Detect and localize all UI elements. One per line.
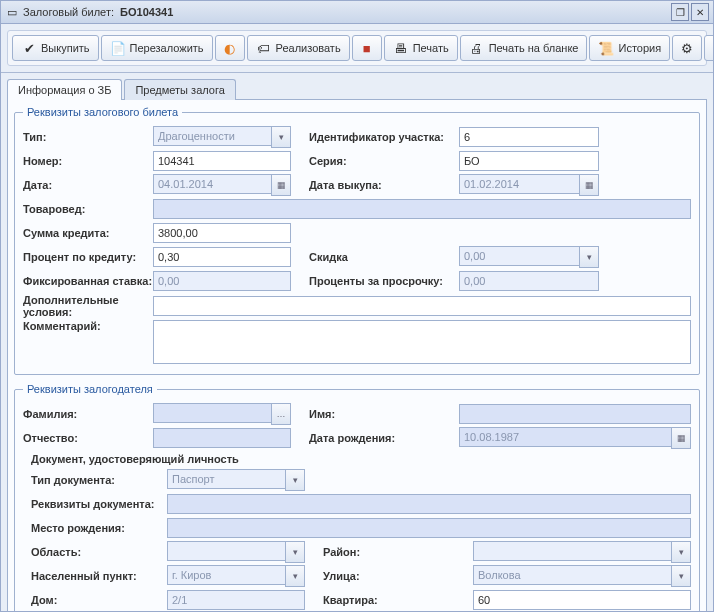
repledge-label: Перезаложить: [130, 42, 204, 54]
refresh-icon: ◐: [222, 40, 238, 56]
name-label: Имя:: [309, 408, 459, 420]
birthplace-label: Место рождения:: [31, 522, 167, 534]
dob-calendar-icon[interactable]: ▦: [671, 427, 691, 449]
date-calendar-icon[interactable]: ▦: [271, 174, 291, 196]
city-field[interactable]: [167, 565, 285, 585]
print-button[interactable]: 🖶Печать: [384, 35, 458, 61]
tabbar: Информация о ЗБ Предметы залога: [7, 79, 707, 100]
dob-label: Дата рождения:: [309, 432, 459, 444]
action-red-button[interactable]: ■: [352, 35, 382, 61]
repledge-button[interactable]: 📄Перезаложить: [101, 35, 213, 61]
document-icon: ▭: [5, 5, 19, 19]
identity-doc-group: Документ, удостоверяющий личность Тип до…: [23, 453, 691, 612]
district-dropdown-icon[interactable]: ▾: [671, 541, 691, 563]
surname-field[interactable]: [153, 403, 271, 423]
type-field[interactable]: [153, 126, 271, 146]
overdue-field[interactable]: [459, 271, 599, 291]
close-window-button[interactable]: ✕: [691, 3, 709, 21]
house-field[interactable]: [167, 590, 305, 610]
pledger-fieldset: Реквизиты залогодателя Фамилия: … Имя: О…: [14, 383, 700, 612]
number-field[interactable]: [153, 151, 291, 171]
pledger-legend: Реквизиты залогодателя: [23, 383, 157, 395]
appraiser-label: Товаровед:: [23, 203, 153, 215]
district-label: Район:: [323, 546, 473, 558]
ticket-fieldset: Реквизиты залогового билета Тип: ▾ Идент…: [14, 106, 700, 375]
discount-field[interactable]: [459, 246, 579, 266]
street-label: Улица:: [323, 570, 473, 582]
street-field[interactable]: [473, 565, 671, 585]
toolbar: ✔Выкупить 📄Перезаложить ◐ 🏷Реализовать ■…: [7, 30, 707, 66]
flat-label: Квартира:: [323, 594, 473, 606]
fixed-rate-label: Фиксированная ставка:: [23, 275, 153, 287]
region-dropdown-icon[interactable]: ▾: [285, 541, 305, 563]
realize-button[interactable]: 🏷Реализовать: [247, 35, 350, 61]
buy-label: Выкупить: [41, 42, 90, 54]
gear-icon: ⚙: [679, 40, 695, 56]
restore-button[interactable]: ❐: [671, 3, 689, 21]
ticket-icon: 📄: [110, 40, 126, 56]
tab-items[interactable]: Предметы залога: [124, 79, 235, 100]
patronymic-label: Отчество:: [23, 432, 153, 444]
appraiser-field[interactable]: [153, 199, 691, 219]
comment-field[interactable]: [153, 320, 691, 364]
credit-sum-label: Сумма кредита:: [23, 227, 153, 239]
printer-form-icon: 🖨: [469, 40, 485, 56]
doc-req-label: Реквизиты документа:: [31, 498, 167, 510]
titlebar: ▭ Залоговый билет: БО104341 ❐ ✕: [1, 1, 713, 24]
close-button[interactable]: ✖Закрыть: [704, 35, 714, 61]
district-field[interactable]: [473, 541, 671, 561]
extra-label: Дополнительные условия:: [23, 294, 153, 318]
discount-label: Скидка: [309, 251, 459, 263]
credit-sum-field[interactable]: [153, 223, 291, 243]
date-field[interactable]: [153, 174, 271, 194]
toolbar-area: ✔Выкупить 📄Перезаложить ◐ 🏷Реализовать ■…: [1, 24, 713, 73]
doc-type-dropdown-icon[interactable]: ▾: [285, 469, 305, 491]
street-dropdown-icon[interactable]: ▾: [671, 565, 691, 587]
doc-type-field[interactable]: [167, 469, 285, 489]
discount-dropdown-icon[interactable]: ▾: [579, 246, 599, 268]
buy-button[interactable]: ✔Выкупить: [12, 35, 99, 61]
tag-icon: 🏷: [256, 40, 272, 56]
print-blank-button[interactable]: 🖨Печать на бланке: [460, 35, 588, 61]
extra-field[interactable]: [153, 296, 691, 316]
buyout-calendar-icon[interactable]: ▦: [579, 174, 599, 196]
realize-label: Реализовать: [276, 42, 341, 54]
birthplace-field[interactable]: [167, 518, 691, 538]
region-label: Область:: [31, 546, 167, 558]
buyout-date-field[interactable]: [459, 174, 579, 194]
ident-label: Идентификатор участка:: [309, 131, 459, 143]
history-icon: 📜: [598, 40, 614, 56]
credit-percent-field[interactable]: [153, 247, 291, 267]
ticket-legend: Реквизиты залогового билета: [23, 106, 182, 118]
doc-req-field[interactable]: [167, 494, 691, 514]
doc-type-label: Тип документа:: [31, 474, 167, 486]
city-dropdown-icon[interactable]: ▾: [285, 565, 305, 587]
fixed-rate-field[interactable]: [153, 271, 291, 291]
comment-label: Комментарий:: [23, 320, 153, 332]
type-dropdown-icon[interactable]: ▾: [271, 126, 291, 148]
ident-field[interactable]: [459, 127, 599, 147]
surname-label: Фамилия:: [23, 408, 153, 420]
surname-lookup-icon[interactable]: …: [271, 403, 291, 425]
name-field[interactable]: [459, 404, 691, 424]
history-label: История: [618, 42, 661, 54]
title-prefix: Залоговый билет:: [23, 6, 114, 18]
app-window: ▭ Залоговый билет: БО104341 ❐ ✕ ✔Выкупит…: [0, 0, 714, 612]
date-label: Дата:: [23, 179, 153, 191]
window-title: Залоговый билет: БО104341: [23, 6, 669, 18]
dob-field[interactable]: [459, 427, 671, 447]
flat-field[interactable]: [473, 590, 691, 610]
number-label: Номер:: [23, 155, 153, 167]
type-label: Тип:: [23, 131, 153, 143]
house-label: Дом:: [31, 594, 167, 606]
action-orange-button[interactable]: ◐: [215, 35, 245, 61]
series-field[interactable]: [459, 151, 599, 171]
buyout-date-label: Дата выкупа:: [309, 179, 459, 191]
action-extra-button[interactable]: ⚙: [672, 35, 702, 61]
region-field[interactable]: [167, 541, 285, 561]
patronymic-field[interactable]: [153, 428, 291, 448]
tab-panel: Реквизиты залогового билета Тип: ▾ Идент…: [7, 99, 707, 612]
tab-info[interactable]: Информация о ЗБ: [7, 79, 122, 100]
history-button[interactable]: 📜История: [589, 35, 670, 61]
square-icon: ■: [359, 40, 375, 56]
